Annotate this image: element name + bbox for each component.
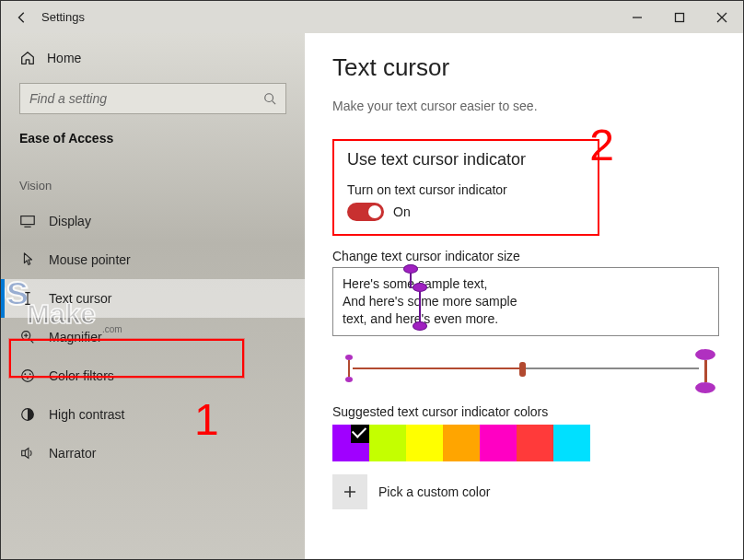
color-swatches	[332, 425, 715, 461]
sidebar-item-display[interactable]: Display	[1, 202, 305, 240]
slider-thumb[interactable]	[519, 362, 526, 377]
plus-icon	[343, 484, 357, 499]
sample-text-box: Here's some sample text, And here's some…	[332, 267, 719, 336]
group-title: Vision	[1, 151, 305, 202]
color-swatch[interactable]	[553, 425, 590, 461]
magnifier-icon	[19, 329, 36, 345]
toggle-state: On	[393, 204, 411, 219]
sidebar-item-color-filters[interactable]: Color filters	[1, 356, 305, 395]
svg-rect-15	[22, 450, 26, 455]
svg-point-13	[27, 378, 29, 379]
narrator-icon	[19, 445, 36, 461]
settings-window: Settings Tips Make .com Home Ease of Acc…	[0, 0, 744, 560]
toggle-row: On	[347, 203, 585, 221]
color-swatch[interactable]	[406, 425, 443, 461]
contrast-icon	[19, 406, 36, 423]
add-color-button[interactable]	[332, 474, 367, 509]
section-title: Use text cursor indicator	[347, 150, 585, 169]
home-link[interactable]: Home	[1, 42, 305, 74]
page-subtitle: Make your text cursor easier to see.	[332, 99, 715, 113]
maximize-icon	[674, 12, 685, 23]
sidebar-item-label: Text cursor	[49, 291, 111, 306]
custom-color-label: Pick a custom color	[378, 484, 490, 499]
sidebar-item-label: Color filters	[49, 368, 114, 383]
custom-color-row: Pick a custom color	[332, 474, 715, 509]
slider-max-icon	[695, 349, 715, 393]
close-icon	[716, 12, 727, 23]
sidebar-item-mouse-pointer[interactable]: Mouse pointer	[1, 240, 305, 279]
window-controls	[616, 1, 743, 33]
search-icon	[263, 92, 276, 105]
sidebar-item-narrator[interactable]: Narrator	[1, 434, 305, 472]
sidebar-item-label: Magnifier	[49, 330, 102, 344]
svg-point-10	[22, 370, 34, 382]
color-swatch[interactable]	[332, 425, 369, 461]
window-title: Settings	[41, 10, 85, 24]
minimize-icon	[632, 12, 643, 23]
cursor-indicator-preview	[413, 283, 427, 331]
sidebar-item-text-cursor[interactable]: Text cursor	[1, 279, 305, 318]
sidebar: Tips Make .com Home Ease of Access Visio…	[1, 33, 305, 559]
sidebar-item-magnifier[interactable]: Magnifier	[1, 318, 305, 356]
sidebar-item-label: Narrator	[49, 446, 96, 461]
suggested-colors-label: Suggested text cursor indicator colors	[332, 404, 715, 419]
titlebar: Settings	[1, 1, 743, 33]
search-box[interactable]	[19, 83, 286, 114]
color-swatch[interactable]	[517, 425, 553, 461]
category-title: Ease of Access	[1, 114, 305, 151]
window-body: Tips Make .com Home Ease of Access Visio…	[1, 33, 743, 559]
svg-rect-1	[676, 13, 684, 21]
slider-min-icon	[345, 355, 353, 382]
size-label: Change text cursor indicator size	[332, 249, 715, 263]
svg-point-2	[265, 94, 273, 102]
sample-line: And here's some more sample	[343, 294, 517, 309]
sidebar-item-high-contrast[interactable]: High contrast	[1, 395, 305, 434]
text-cursor-icon	[19, 290, 36, 307]
indicator-section: Use text cursor indicator Turn on text c…	[332, 139, 599, 236]
slider-fill	[353, 368, 523, 369]
sidebar-item-label: Mouse pointer	[49, 252, 131, 267]
svg-point-12	[29, 373, 31, 375]
svg-line-7	[29, 339, 34, 344]
pointer-icon	[19, 251, 36, 268]
size-slider[interactable]	[332, 353, 719, 386]
close-button[interactable]	[701, 1, 743, 33]
minimize-button[interactable]	[616, 1, 658, 33]
arrow-left-icon	[16, 11, 29, 24]
color-swatch[interactable]	[369, 425, 406, 461]
home-icon	[19, 50, 36, 66]
sidebar-item-label: Display	[49, 214, 91, 228]
home-label: Home	[47, 51, 81, 65]
back-button[interactable]	[10, 11, 34, 24]
main-panel: Text cursor Make your text cursor easier…	[305, 33, 743, 559]
svg-rect-4	[21, 216, 34, 225]
color-swatch[interactable]	[443, 425, 480, 461]
svg-point-11	[24, 373, 26, 375]
monitor-icon	[19, 213, 36, 229]
search-input[interactable]	[29, 91, 263, 106]
palette-icon	[19, 368, 36, 384]
sidebar-item-label: High contrast	[49, 407, 124, 422]
svg-line-3	[273, 101, 276, 105]
toggle-label: Turn on text cursor indicator	[347, 182, 585, 197]
color-swatch[interactable]	[480, 425, 517, 461]
indicator-toggle[interactable]	[347, 203, 384, 221]
page-title: Text cursor	[332, 53, 715, 82]
maximize-button[interactable]	[658, 1, 701, 33]
